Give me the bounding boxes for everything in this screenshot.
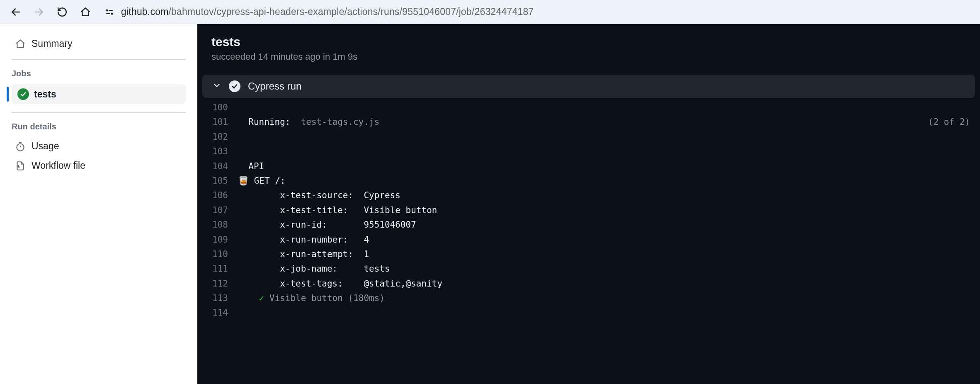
log-line[interactable]: 111 x-job-name: tests	[197, 262, 980, 276]
line-number: 104	[197, 160, 235, 173]
line-content	[235, 131, 980, 143]
job-header: tests succeeded 14 minutes ago in 1m 9s	[197, 24, 980, 70]
line-number: 100	[197, 102, 235, 114]
sidebar-workflow-file[interactable]: Workflow file	[12, 156, 186, 175]
line-content: x-run-attempt: 1	[235, 248, 980, 260]
sidebar-job-tests[interactable]: tests	[12, 84, 186, 104]
sidebar-usage[interactable]: Usage	[12, 136, 186, 156]
log-line[interactable]: 107 x-test-title: Visible button	[197, 203, 980, 218]
job-subtitle: succeeded 14 minutes ago in 1m 9s	[211, 51, 966, 62]
line-content: x-test-tags: @static,@sanity	[235, 278, 980, 290]
browser-toolbar: github.com/bahmutov/cypress-api-headers-…	[0, 0, 980, 24]
forward-button[interactable]	[32, 5, 46, 19]
url-text: github.com/bahmutov/cypress-api-headers-…	[121, 6, 534, 17]
back-button[interactable]	[8, 5, 23, 19]
line-number: 101	[197, 116, 235, 128]
log-line[interactable]: 101 Running: test-tags.cy.js(2 of 2)	[197, 115, 980, 129]
line-content: x-run-number: 4	[235, 234, 980, 246]
line-number: 103	[197, 146, 235, 158]
line-number: 105	[197, 175, 235, 187]
log-line[interactable]: 103	[197, 144, 980, 159]
step-header-cypress-run[interactable]: Cypress run	[202, 75, 975, 98]
line-content: x-job-name: tests	[235, 263, 980, 275]
line-number: 111	[197, 263, 235, 275]
line-content	[235, 146, 980, 158]
log-line[interactable]: 113 ✓ Visible button (180ms)	[197, 291, 980, 306]
job-name-label: tests	[34, 89, 56, 100]
svg-point-4	[111, 12, 113, 15]
log-line[interactable]: 105🥃 GET /:	[197, 174, 980, 188]
jobs-section-label: Jobs	[12, 66, 186, 81]
line-content	[235, 102, 980, 114]
divider	[12, 112, 186, 113]
line-content: x-test-source: Cypress	[235, 190, 980, 202]
line-content: API	[235, 160, 980, 173]
log-line[interactable]: 104 API	[197, 159, 980, 174]
run-details-section-label: Run details	[12, 119, 186, 134]
line-content: x-test-title: Visible button	[235, 204, 980, 216]
reload-button[interactable]	[55, 5, 70, 19]
svg-rect-5	[106, 13, 110, 14]
site-settings-icon[interactable]	[104, 6, 115, 18]
stopwatch-icon	[15, 141, 26, 152]
workflow-file-label: Workflow file	[32, 160, 85, 171]
log-line[interactable]: 114	[197, 306, 980, 320]
log-line[interactable]: 112 x-test-tags: @static,@sanity	[197, 277, 980, 291]
line-number: 109	[197, 234, 235, 246]
line-number: 110	[197, 248, 235, 260]
log-output[interactable]: 100101 Running: test-tags.cy.js(2 of 2)1…	[197, 98, 980, 323]
home-button[interactable]	[78, 5, 93, 19]
step-title: Cypress run	[248, 80, 301, 92]
line-content: Running: test-tags.cy.js	[235, 116, 928, 128]
job-title: tests	[211, 35, 966, 49]
log-line[interactable]: 109 x-run-number: 4	[197, 233, 980, 247]
success-icon	[17, 88, 29, 100]
address-bar[interactable]: github.com/bahmutov/cypress-api-headers-…	[101, 6, 972, 18]
log-line[interactable]: 100	[197, 100, 980, 115]
line-number: 112	[197, 278, 235, 290]
line-number: 107	[197, 204, 235, 216]
home-icon	[15, 39, 26, 49]
line-number: 108	[197, 219, 235, 231]
line-number: 113	[197, 292, 235, 304]
log-line[interactable]: 102	[197, 130, 980, 144]
line-content: 🥃 GET /:	[235, 175, 980, 187]
log-line[interactable]: 110 x-run-attempt: 1	[197, 247, 980, 262]
success-icon	[229, 80, 240, 92]
main-panel: tests succeeded 14 minutes ago in 1m 9s …	[197, 24, 980, 384]
sidebar: Summary Jobs tests Run details Usage Wor…	[0, 24, 197, 384]
line-content: ✓ Visible button (180ms)	[235, 292, 980, 304]
sidebar-summary[interactable]: Summary	[12, 34, 186, 53]
line-content	[235, 307, 980, 319]
svg-rect-3	[109, 10, 113, 11]
log-line[interactable]: 108 x-run-id: 9551046007	[197, 218, 980, 232]
line-right: (2 of 2)	[928, 116, 980, 128]
chevron-down-icon	[212, 81, 221, 92]
svg-point-2	[106, 9, 108, 11]
file-code-icon	[15, 160, 26, 171]
summary-label: Summary	[32, 38, 72, 49]
line-number: 106	[197, 190, 235, 202]
line-number: 102	[197, 131, 235, 143]
line-number: 114	[197, 307, 235, 319]
line-content: x-run-id: 9551046007	[235, 219, 980, 231]
log-line[interactable]: 106 x-test-source: Cypress	[197, 188, 980, 203]
divider	[12, 59, 186, 60]
svg-point-6	[17, 143, 24, 151]
usage-label: Usage	[32, 141, 59, 152]
